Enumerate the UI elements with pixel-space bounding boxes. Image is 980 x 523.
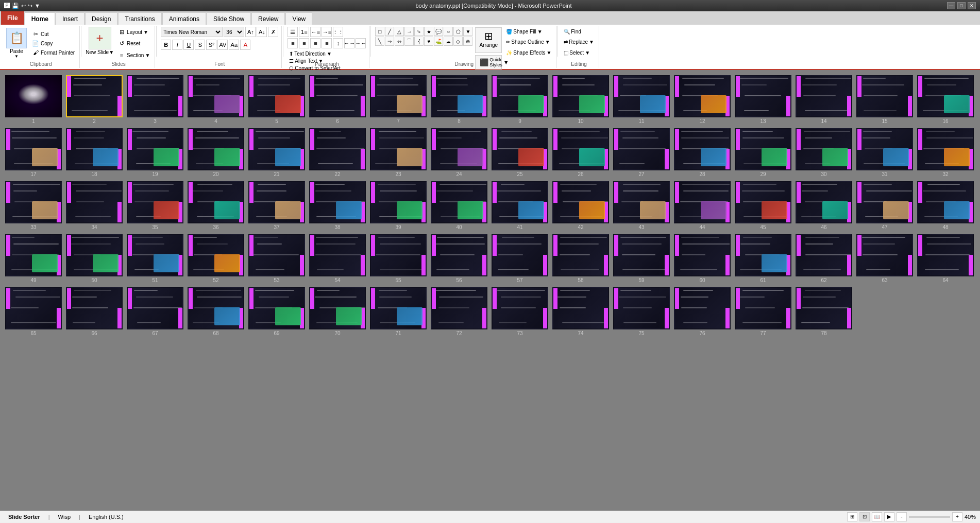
zoom-in-button[interactable]: + [952, 512, 962, 521]
shape-line[interactable]: ╱ [385, 27, 394, 36]
slide-item[interactable]: 27 [613, 128, 670, 177]
slide-item[interactable]: 4 [188, 75, 244, 124]
shape-doublearrow[interactable]: ⇔ [395, 37, 404, 46]
slide-item[interactable]: 11 [613, 75, 670, 124]
slide-item[interactable]: 29 [735, 128, 791, 177]
shape-callout[interactable]: 💬 [434, 27, 443, 36]
select-button[interactable]: ⬚ Select▼ [562, 49, 596, 56]
shape-arc[interactable]: ⌒ [404, 37, 414, 46]
shape-rtarrow[interactable]: ⇒ [385, 37, 394, 46]
shape-banner[interactable]: ⛳ [434, 37, 443, 46]
slide-item[interactable]: 72 [431, 287, 487, 336]
shape-pentagon[interactable]: ⬠ [453, 27, 463, 36]
slide-sorter-area[interactable]: 1234567891011121314151617181920212223242… [0, 70, 980, 511]
slide-item[interactable]: 58 [552, 234, 609, 283]
tab-insert[interactable]: Insert [56, 12, 85, 25]
slide-item[interactable]: 3 [127, 75, 183, 124]
tab-file[interactable]: File [1, 11, 24, 25]
slide-item[interactable]: 28 [674, 128, 731, 177]
close-button[interactable]: ✕ [968, 2, 976, 9]
slide-item[interactable]: 21 [248, 128, 305, 177]
slide-item[interactable]: 13 [735, 75, 791, 124]
line-spacing-button[interactable]: ↕ [333, 38, 343, 48]
slide-item[interactable]: 63 [856, 234, 913, 283]
minimize-button[interactable]: — [947, 2, 955, 9]
text-direction-button[interactable]: ⬆ Text Direction▼ [288, 50, 366, 57]
slide-item[interactable]: 32 [917, 128, 974, 177]
case-button[interactable]: Aa [229, 40, 239, 50]
arrange-button[interactable]: ⊞ Arrange [475, 27, 502, 53]
slide-item[interactable]: 34 [66, 181, 123, 230]
window-controls[interactable]: — □ ✕ [947, 2, 976, 9]
slide-item[interactable]: 59 [613, 234, 670, 283]
quick-access-toolbar[interactable]: 🅿 💾 ↩ ↪ ▼ [4, 3, 40, 9]
shape-more[interactable]: ▼ [463, 27, 472, 36]
slide-item[interactable]: 43 [613, 181, 670, 230]
increase-indent-button[interactable]: →≡ [322, 27, 332, 37]
customize-icon[interactable]: ▼ [35, 3, 40, 9]
slide-item[interactable]: 18 [66, 128, 123, 177]
bold-button[interactable]: B [161, 40, 171, 50]
slide-item[interactable]: 46 [796, 181, 852, 230]
shape-line2[interactable]: ╲ [375, 37, 384, 46]
slide-item[interactable]: 25 [492, 128, 548, 177]
slide-item[interactable]: 52 [188, 234, 244, 283]
shape-diamond[interactable]: ◇ [453, 37, 463, 46]
shape-fill-button[interactable]: 🪣 Shape Fill▼ [504, 28, 553, 35]
slide-item[interactable]: 77 [735, 287, 791, 336]
format-painter-button[interactable]: 🖌 Format Painter [30, 48, 76, 57]
shape-triangle[interactable]: △ [395, 27, 404, 36]
slide-item[interactable]: 20 [188, 128, 244, 177]
replace-button[interactable]: ⇄ Replace▼ [562, 39, 596, 45]
shape-effects-button[interactable]: ✨ Shape Effects▼ [504, 49, 553, 56]
slide-item[interactable]: 49 [5, 234, 62, 283]
slide-item[interactable]: 40 [431, 181, 487, 230]
slide-item[interactable]: 5 [248, 75, 305, 124]
slide-item[interactable]: 9 [492, 75, 548, 124]
slide-item[interactable]: 14 [796, 75, 852, 124]
tab-home[interactable]: Home [25, 12, 55, 25]
clear-format-button[interactable]: ✗ [268, 27, 278, 37]
shape-connector[interactable]: ⤷ [414, 27, 424, 36]
tab-review[interactable]: Review [251, 12, 285, 25]
cut-button[interactable]: ✂ Cut [30, 29, 76, 39]
slide-item[interactable]: 23 [370, 128, 427, 177]
slide-item[interactable]: 22 [309, 128, 366, 177]
zoom-out-button[interactable]: - [897, 512, 907, 521]
slide-item[interactable]: 61 [735, 234, 791, 283]
slide-item[interactable]: 60 [674, 234, 731, 283]
slide-item[interactable]: 10 [552, 75, 609, 124]
numbering-button[interactable]: 1≡ [299, 27, 309, 37]
slide-item[interactable]: 47 [856, 181, 913, 230]
tab-design[interactable]: Design [85, 12, 117, 25]
normal-view-button[interactable]: ⊞ [847, 512, 857, 521]
slide-item[interactable]: 73 [492, 287, 548, 336]
slide-item[interactable]: 68 [188, 287, 244, 336]
slide-item[interactable]: 48 [917, 181, 974, 230]
align-right-button[interactable]: ≡ [310, 38, 320, 48]
slide-item[interactable]: 26 [552, 128, 609, 177]
slide-sorter-tab[interactable]: Slide Sorter [4, 514, 44, 520]
slide-item[interactable]: 57 [492, 234, 548, 283]
slideshow-button[interactable]: ▶ [884, 512, 894, 521]
decrease-indent-button[interactable]: ←≡ [310, 27, 320, 37]
decrease-font-button[interactable]: A↓ [257, 27, 267, 37]
slide-item[interactable]: 78 [796, 287, 852, 336]
slide-item[interactable]: 74 [552, 287, 609, 336]
tab-slideshow[interactable]: Slide Show [207, 12, 251, 25]
slide-item[interactable]: 31 [856, 128, 913, 177]
slide-item[interactable]: 35 [127, 181, 183, 230]
slide-item[interactable]: 69 [248, 287, 305, 336]
font-size-select[interactable]: 36 [224, 27, 244, 37]
shape-rect[interactable]: □ [375, 27, 384, 36]
increase-font-button[interactable]: A↑ [245, 27, 256, 37]
slide-item[interactable]: 39 [370, 181, 427, 230]
shape-heart[interactable]: ♥ [424, 37, 433, 46]
slide-item[interactable]: 64 [917, 234, 974, 283]
italic-button[interactable]: I [172, 40, 182, 50]
shape-misc[interactable]: ⊕ [463, 37, 472, 46]
shape-arrow[interactable]: → [404, 27, 414, 36]
paste-button[interactable]: 📋 Paste ▼ [5, 27, 28, 60]
undo-icon[interactable]: ↩ [21, 3, 26, 9]
slide-item[interactable]: 55 [370, 234, 427, 283]
